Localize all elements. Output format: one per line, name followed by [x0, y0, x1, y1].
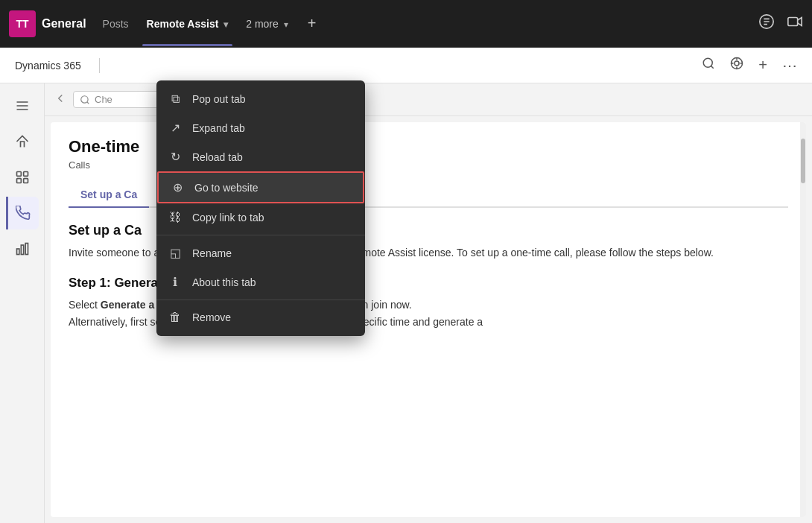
main-layout: Che One-time Calls Set up a Ca Set up a …	[0, 83, 812, 523]
svg-point-2	[704, 58, 713, 67]
svg-point-12	[81, 95, 88, 102]
context-menu: ⧉Pop out tab↗Expand tab↻Reload tab⊕Go to…	[156, 80, 365, 336]
second-bar-icons: + ⋯	[702, 57, 797, 75]
menu-item-go-to-website[interactable]: ⊕Go to website	[157, 171, 364, 203]
target-icon[interactable]	[730, 57, 743, 74]
top-bar: TT General Posts Remote Assist ▾ 2 more …	[0, 0, 812, 48]
menu-item-remove[interactable]: 🗑Remove	[156, 303, 365, 332]
menu-item-reload[interactable]: ↻Reload tab	[156, 142, 365, 171]
add-icon[interactable]: +	[758, 57, 767, 74]
breadcrumb: Dynamics 365	[15, 60, 81, 72]
sidebar-item-apps[interactable]	[6, 161, 39, 194]
svg-rect-1	[788, 18, 798, 26]
sidebar-item-calls[interactable]	[6, 197, 39, 229]
menu-divider	[156, 299, 365, 300]
menu-item-rename[interactable]: ◱Rename	[156, 238, 365, 267]
tab-posts[interactable]: Posts	[95, 18, 136, 30]
pop-out-label: Pop out tab	[192, 93, 246, 105]
avatar: TT	[9, 10, 36, 37]
copy-link-icon: ⛓	[168, 211, 182, 224]
menu-item-copy-link[interactable]: ⛓Copy link to tab	[156, 203, 365, 232]
rename-icon: ◱	[168, 246, 182, 260]
expand-icon: ↗	[168, 121, 182, 135]
go-to-website-icon: ⊕	[171, 180, 184, 194]
add-tab-button[interactable]: +	[302, 15, 323, 32]
top-bar-icons	[758, 13, 803, 34]
tab-more[interactable]: 2 more ▾	[238, 18, 295, 30]
menu-divider	[156, 235, 365, 235]
expand-label: Expand tab	[192, 122, 245, 134]
second-bar: Dynamics 365 + ⋯	[0, 48, 812, 83]
sidebar-item-analytics[interactable]	[6, 232, 39, 265]
reload-icon: ↻	[168, 150, 182, 164]
about-icon: ℹ	[168, 275, 182, 289]
divider	[99, 58, 100, 73]
svg-rect-11	[25, 244, 28, 255]
sidebar-item-home[interactable]	[6, 125, 39, 158]
menu-item-pop-out[interactable]: ⧉Pop out tab	[156, 85, 365, 113]
team-name: General	[42, 17, 86, 31]
remove-label: Remove	[192, 311, 231, 323]
chevron-icon: ▾	[223, 19, 228, 30]
svg-rect-10	[21, 245, 23, 255]
tab-setup[interactable]: Set up a Ca	[69, 183, 149, 208]
chat-icon[interactable]	[758, 13, 775, 34]
svg-rect-6	[23, 172, 28, 177]
svg-rect-9	[16, 249, 19, 255]
menu-item-about[interactable]: ℹAbout this tab	[156, 267, 365, 297]
svg-rect-5	[16, 172, 21, 177]
search-icon[interactable]	[702, 57, 715, 74]
scrollbar-thumb[interactable]	[801, 139, 805, 183]
scrollbar[interactable]	[800, 122, 806, 517]
copy-link-label: Copy link to tab	[192, 212, 264, 224]
menu-item-expand[interactable]: ↗Expand tab	[156, 113, 365, 142]
reload-label: Reload tab	[192, 151, 243, 163]
chevron-down-icon: ▾	[284, 19, 288, 30]
pop-out-icon: ⧉	[168, 92, 182, 106]
svg-point-4	[735, 61, 739, 66]
more-icon[interactable]: ⋯	[782, 57, 797, 75]
back-button[interactable]	[54, 92, 67, 108]
search-small-icon	[80, 95, 90, 105]
svg-rect-7	[16, 179, 21, 183]
go-to-website-label: Go to website	[194, 182, 258, 194]
remove-icon: 🗑	[168, 311, 182, 324]
tab-remote-assist[interactable]: Remote Assist ▾	[142, 18, 233, 30]
search-text: Che	[95, 94, 112, 105]
svg-rect-8	[23, 179, 28, 183]
about-label: About this tab	[192, 276, 256, 288]
search-bar[interactable]: Che	[73, 91, 162, 108]
video-icon[interactable]	[787, 13, 803, 34]
sidebar	[0, 83, 45, 523]
sidebar-item-menu[interactable]	[6, 89, 39, 122]
rename-label: Rename	[192, 247, 232, 259]
